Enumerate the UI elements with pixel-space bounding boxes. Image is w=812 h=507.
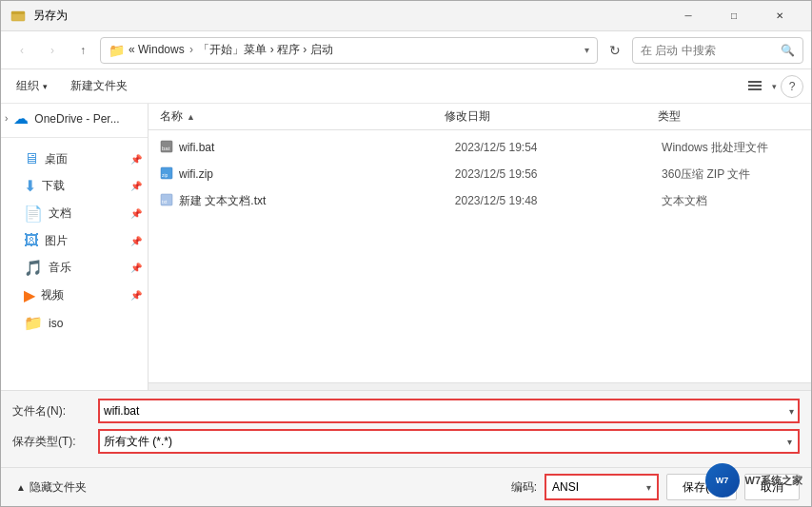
- pin-icon: 📌: [130, 181, 142, 191]
- title-bar: 另存为 ─ □ ✕: [1, 1, 811, 31]
- table-row[interactable]: bat wifi.bat 2023/12/5 19:54 Windows 批处理…: [149, 134, 811, 161]
- svg-rect-2: [748, 81, 762, 83]
- sidebar-item-downloads[interactable]: ⬇ 下载 📌: [1, 172, 148, 200]
- address-prefix: « Windows: [129, 43, 185, 56]
- search-icon: 🔍: [781, 44, 795, 57]
- pin-icon: 📌: [130, 154, 142, 165]
- svg-text:zip: zip: [162, 172, 168, 178]
- filetype-select-wrapper: 所有文件 (*.*): [98, 429, 800, 454]
- table-row[interactable]: zip wifi.zip 2023/12/5 19:56 360压缩 ZIP 文…: [149, 161, 811, 187]
- pin-icon: 📌: [130, 263, 142, 273]
- svg-rect-1: [11, 11, 25, 14]
- sort-icon: ▲: [187, 112, 195, 122]
- file-name: 新建 文本文档.txt: [179, 193, 455, 209]
- back-button[interactable]: ‹: [9, 37, 35, 64]
- watermark: W7 W7系统之家: [705, 463, 803, 497]
- folder-icon: 📁: [109, 43, 125, 58]
- file-type: 文本文档: [662, 193, 800, 209]
- help-button[interactable]: ?: [781, 75, 803, 98]
- iso-folder-icon: 📁: [24, 314, 43, 332]
- txt-file-icon: txt: [160, 193, 173, 209]
- sidebar-item-music[interactable]: 🎵 音乐 📌: [1, 254, 148, 282]
- new-folder-button[interactable]: 新建文件夹: [63, 74, 135, 98]
- hide-folders-label: 隐藏文件夹: [30, 479, 87, 496]
- action-toolbar: 组织 ▾ 新建文件夹 ▾ ?: [1, 69, 811, 104]
- view-options-button[interactable]: [742, 73, 768, 100]
- onedrive-chevron-icon: ›: [5, 113, 8, 124]
- forward-button[interactable]: ›: [39, 37, 66, 64]
- title-text: 另存为: [33, 8, 68, 24]
- sidebar-item-videos[interactable]: ▶ 视频 📌: [1, 282, 148, 309]
- image-icon: 🖼: [24, 232, 39, 249]
- sidebar-divider: [1, 137, 148, 138]
- sidebar-item-iso[interactable]: 📁 iso: [1, 309, 148, 337]
- sidebar-item-label-documents: 文档: [49, 205, 71, 222]
- desktop-icon: 🖥: [24, 150, 39, 167]
- organize-chevron-icon: ▾: [43, 82, 48, 91]
- bottom-footer: ▲ 隐藏文件夹 编码: ANSI UTF-8 Unicode 保存(S) 取消: [1, 467, 811, 506]
- filetype-select[interactable]: 所有文件 (*.*): [98, 429, 800, 454]
- pin-icon: 📌: [130, 236, 142, 246]
- search-box[interactable]: 🔍: [632, 37, 803, 64]
- pin-icon: 📌: [130, 208, 142, 219]
- sidebar-item-desktop[interactable]: 🖥 桌面 📌: [1, 146, 148, 172]
- column-header-type: 类型: [658, 108, 800, 125]
- filename-input[interactable]: [104, 404, 789, 418]
- window-icon: [10, 9, 26, 24]
- search-input[interactable]: [641, 44, 777, 57]
- address-bar[interactable]: 📁 « Windows › 「开始」菜单 › 程序 › 启动 ▾: [100, 37, 598, 64]
- sidebar: › ☁ OneDrive - Per... 🖥 桌面 📌 ⬇ 下载 📌 📄: [1, 104, 149, 390]
- encoding-select-wrapper: ANSI UTF-8 Unicode: [545, 474, 659, 500]
- sidebar-item-label-videos: 视频: [41, 287, 64, 303]
- pin-icon: 📌: [130, 290, 142, 301]
- minimize-button[interactable]: ─: [666, 1, 710, 31]
- filename-row: 文件名(N): ▾: [12, 399, 800, 423]
- music-icon: 🎵: [24, 259, 43, 277]
- svg-text:txt: txt: [162, 199, 168, 205]
- sidebar-item-label-iso: iso: [49, 317, 63, 330]
- file-name: wifi.zip: [179, 167, 455, 181]
- new-folder-label: 新建文件夹: [70, 78, 128, 94]
- sidebar-section-quick-access: 🖥 桌面 📌 ⬇ 下载 📌 📄 文档 📌 🖼 图片 📌: [1, 142, 148, 341]
- column-header-date: 修改日期: [445, 108, 658, 125]
- file-list-body: bat wifi.bat 2023/12/5 19:54 Windows 批处理…: [149, 130, 811, 382]
- file-date: 2023/12/5 19:48: [455, 194, 662, 207]
- filetype-row: 保存类型(T): 所有文件 (*.*): [12, 429, 800, 454]
- view-chevron-icon: ▾: [772, 82, 777, 91]
- organize-button[interactable]: 组织 ▾: [9, 74, 55, 98]
- file-type: Windows 批处理文件: [662, 140, 800, 156]
- horizontal-scrollbar[interactable]: [149, 382, 811, 390]
- up-button[interactable]: ↑: [69, 37, 96, 64]
- table-row[interactable]: txt 新建 文本文档.txt 2023/12/5 19:48 文本文档: [149, 187, 811, 214]
- address-full-path: 「开始」菜单 › 程序 › 启动: [198, 43, 332, 56]
- sidebar-item-onedrive[interactable]: › ☁ OneDrive - Per...: [1, 104, 148, 133]
- organize-label: 组织: [16, 78, 39, 94]
- sidebar-item-documents[interactable]: 📄 文档 📌: [1, 200, 148, 227]
- column-header-name[interactable]: 名称 ▲: [160, 108, 445, 125]
- close-button[interactable]: ✕: [758, 1, 802, 31]
- bottom-area: 文件名(N): ▾ 保存类型(T): 所有文件 (*.*): [1, 390, 811, 467]
- document-icon: 📄: [24, 205, 43, 223]
- sidebar-item-pictures[interactable]: 🖼 图片 📌: [1, 227, 148, 254]
- refresh-button[interactable]: ↻: [602, 37, 628, 64]
- svg-rect-4: [748, 88, 762, 90]
- list-view-icon: [747, 79, 762, 94]
- encoding-label: 编码:: [511, 479, 537, 496]
- sidebar-item-label-music: 音乐: [49, 260, 71, 276]
- filetype-label: 保存类型(T):: [12, 434, 98, 450]
- filename-input-wrapper: ▾: [98, 399, 800, 423]
- address-path: « Windows › 「开始」菜单 › 程序 › 启动: [129, 42, 333, 58]
- sidebar-item-label-desktop: 桌面: [45, 151, 68, 167]
- hide-folders-button[interactable]: ▲ 隐藏文件夹: [12, 476, 90, 499]
- sidebar-item-label-downloads: 下载: [42, 178, 65, 194]
- navigation-toolbar: ‹ › ↑ 📁 « Windows › 「开始」菜单 › 程序 › 启动 ▾ ↻…: [1, 31, 811, 69]
- sidebar-item-label-pictures: 图片: [45, 233, 68, 249]
- filename-dropdown-icon: ▾: [789, 406, 794, 417]
- file-date: 2023/12/5 19:56: [455, 167, 662, 181]
- maximize-button[interactable]: □: [712, 1, 756, 31]
- main-content: › ☁ OneDrive - Per... 🖥 桌面 📌 ⬇ 下载 📌 📄: [1, 104, 811, 390]
- bat-file-icon: bat: [160, 140, 173, 156]
- encoding-select[interactable]: ANSI UTF-8 Unicode: [545, 474, 659, 500]
- zip-file-icon: zip: [160, 166, 173, 183]
- file-date: 2023/12/5 19:54: [455, 141, 662, 154]
